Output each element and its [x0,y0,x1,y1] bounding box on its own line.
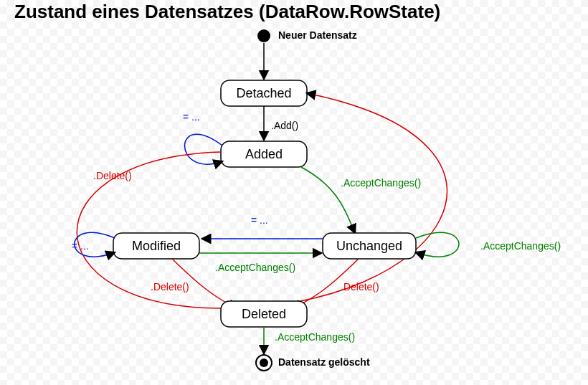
edge-label-added-delete: .Delete() [93,170,132,181]
edge-label-md-delete: .Delete() [151,281,189,293]
diagram-title: Zustand eines Datensatzes (DataRow.RowSt… [14,1,440,22]
initial-node-icon [257,29,270,42]
state-label-detached: Detached [236,86,291,100]
edge-label-add: .Add() [271,120,298,131]
final-node-inner-icon [260,358,268,367]
edge-label-deleted-accept: .AcceptChanges() [275,331,355,343]
state-diagram: Zustand eines Datensatzes (DataRow.RowSt… [0,0,588,385]
edge-label-modified-self: = ... [72,240,89,252]
edge-added-self [185,134,223,164]
edge-label-um-assign: = ... [251,214,268,226]
final-node-label: Datensatz gelöscht [278,356,370,368]
edge-unchanged-self [416,232,459,257]
edge-added-to-detached-arc2 [222,93,447,308]
edge-label-ud-delete: .Delete() [341,281,379,293]
edge-label-unchanged-self: .AcceptChanges() [480,240,561,252]
edge-label-added-accept: .AcceptChanges() [341,177,421,189]
edge-label-added-self: = ... [183,111,200,123]
state-label-unchanged: Unchanged [336,239,402,253]
state-label-added: Added [245,147,283,161]
initial-node-label: Neuer Datensatz [278,29,357,41]
state-label-deleted: Deleted [242,307,286,321]
state-label-modified: Modified [132,239,181,253]
edge-label-mu-accept: .AcceptChanges() [215,262,295,273]
